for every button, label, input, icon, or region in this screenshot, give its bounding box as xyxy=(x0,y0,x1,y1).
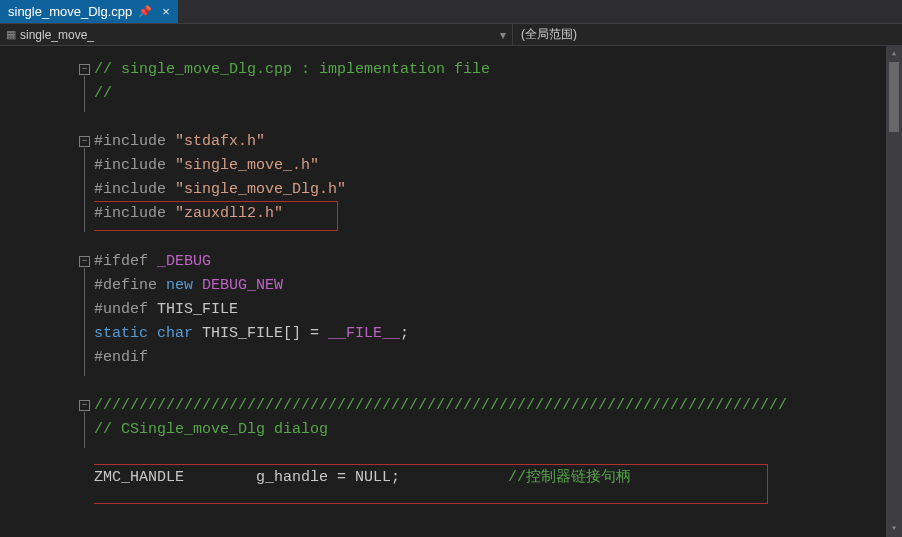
fold-toggle[interactable]: − xyxy=(79,400,90,411)
code-pp: #include xyxy=(94,133,175,150)
code-string: "single_move_Dlg.h" xyxy=(175,181,346,198)
vertical-scrollbar[interactable]: ▴ ▾ xyxy=(886,46,902,537)
fold-toggle[interactable]: − xyxy=(79,256,90,267)
code-keyword: char xyxy=(148,325,193,342)
nav-scope-text: (全局范围) xyxy=(521,26,577,43)
scroll-down-arrow[interactable]: ▾ xyxy=(886,521,902,537)
scrollbar-thumb[interactable] xyxy=(889,62,899,132)
close-icon[interactable]: × xyxy=(162,4,170,19)
nav-context-dropdown[interactable]: ▦ single_move_ ▾ xyxy=(0,28,512,42)
code-keyword: new xyxy=(166,277,193,294)
editor-gutter: − − − − xyxy=(0,46,94,537)
chevron-down-icon: ▾ xyxy=(500,28,512,42)
code-pp: #undef xyxy=(94,301,157,318)
nav-context-text: single_move_ xyxy=(20,28,94,42)
code-comment: //控制器链接句柄 xyxy=(508,469,631,486)
code-string: "single_move_.h" xyxy=(175,157,319,174)
code-comment: ////////////////////////////////////////… xyxy=(94,397,787,414)
code-text: THIS_FILE[] = xyxy=(193,325,328,342)
tab-bar: single_move_Dlg.cpp 📌 × xyxy=(0,0,902,24)
code-pp: #include xyxy=(94,181,175,198)
code-pp: #include xyxy=(94,157,175,174)
code-text: ZMC_HANDLE g_handle = NULL; xyxy=(94,469,508,486)
fold-toggle[interactable]: − xyxy=(79,136,90,147)
code-macro: _DEBUG xyxy=(157,253,211,270)
code-string: "zauxdll2.h" xyxy=(175,205,283,222)
code-comment: // single_move_Dlg.cpp : implementation … xyxy=(94,61,490,78)
code-pp: #ifdef xyxy=(94,253,157,270)
code-macro: DEBUG_NEW xyxy=(193,277,283,294)
fold-guide xyxy=(84,148,85,232)
code-pp: #include xyxy=(94,205,175,222)
fold-guide xyxy=(84,412,85,448)
tab-filename: single_move_Dlg.cpp xyxy=(8,4,132,19)
project-icon: ▦ xyxy=(6,28,16,41)
code-pp: #endif xyxy=(94,349,148,366)
code-ident: THIS_FILE xyxy=(157,301,238,318)
code-string: "stdafx.h" xyxy=(175,133,265,150)
code-text: ; xyxy=(400,325,409,342)
code-macro: __FILE__ xyxy=(328,325,400,342)
file-tab[interactable]: single_move_Dlg.cpp 📌 × xyxy=(0,0,178,23)
scroll-up-arrow[interactable]: ▴ xyxy=(886,46,902,62)
code-comment: // xyxy=(94,85,112,102)
pin-icon[interactable]: 📌 xyxy=(138,5,152,18)
fold-guide xyxy=(84,76,85,112)
code-area[interactable]: // single_move_Dlg.cpp : implementation … xyxy=(94,46,902,537)
code-comment: // CSingle_move_Dlg dialog xyxy=(94,421,328,438)
nav-bar: ▦ single_move_ ▾ (全局范围) xyxy=(0,24,902,46)
fold-toggle[interactable]: − xyxy=(79,64,90,75)
fold-guide xyxy=(84,268,85,376)
code-pp: #define xyxy=(94,277,166,294)
code-keyword: static xyxy=(94,325,148,342)
code-editor[interactable]: − − − − // single_move_Dlg.cpp : impleme… xyxy=(0,46,902,537)
nav-scope-dropdown[interactable]: (全局范围) xyxy=(512,24,577,45)
